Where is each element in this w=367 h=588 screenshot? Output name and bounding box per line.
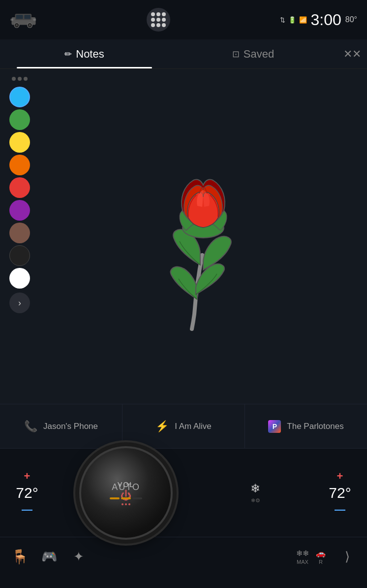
bottom-icons: 🪑 🎮 ✦ ❄❄ MAX 🚗 R ⟩: [0, 537, 367, 576]
color-yellow[interactable]: [9, 132, 30, 153]
media-usb[interactable]: ⚡ I Am Alive: [122, 404, 245, 448]
signal-icon: ⇅: [280, 16, 285, 24]
auto-indicators: [110, 497, 142, 499]
color-palette: ›: [0, 69, 39, 404]
seat-button[interactable]: 🪑: [5, 545, 34, 569]
climate-right: + 72° —: [313, 449, 367, 537]
color-red[interactable]: [9, 177, 30, 198]
phone-icon: 📞: [24, 420, 37, 433]
tab-notes[interactable]: ✏ Notes: [0, 39, 169, 68]
left-temp-value: 72°: [16, 485, 38, 501]
clock: 3:00: [311, 11, 341, 29]
music-label: The Parlotones: [287, 422, 343, 431]
left-temp-minus[interactable]: —: [22, 503, 32, 516]
svg-point-6: [16, 24, 18, 26]
right-temp-plus[interactable]: +: [337, 470, 343, 483]
color-black[interactable]: [9, 245, 30, 266]
rear-label: R: [319, 559, 323, 565]
svg-rect-8: [10, 19, 13, 21]
vent-icon: ⟩: [345, 549, 350, 564]
color-purple[interactable]: [9, 200, 30, 221]
climate-left: + 72° —: [0, 449, 54, 537]
status-left: [10, 11, 37, 29]
fan-button[interactable]: ✦: [64, 545, 93, 569]
close-button[interactable]: ✕✕: [337, 48, 367, 61]
palette-handle: [12, 77, 28, 81]
status-center[interactable]: [147, 8, 170, 32]
status-right: ⇅ 🔋 📶 3:00 80°: [280, 11, 357, 29]
climate-center: AUTO VOL ⏻: [54, 449, 198, 537]
tab-saved[interactable]: ⊡ Saved: [169, 39, 337, 68]
vol-dots: [122, 503, 130, 505]
fan-icon: ✦: [73, 549, 84, 564]
notes-area: ›: [0, 69, 367, 404]
climate-defrost: ❄ ❄⚙: [198, 449, 313, 537]
tab-notes-label: Notes: [76, 48, 104, 61]
color-white[interactable]: [9, 268, 30, 289]
parlotones-icon: P: [268, 420, 281, 433]
left-temp-plus[interactable]: +: [24, 470, 31, 483]
temperature-status: 80°: [345, 15, 357, 24]
svg-rect-9: [33, 19, 36, 21]
battery-icon: 🔋: [288, 16, 296, 24]
color-brown[interactable]: [9, 223, 30, 243]
defrost-label: ❄⚙: [251, 497, 260, 504]
svg-point-7: [29, 24, 31, 26]
expand-palette-button[interactable]: ›: [9, 293, 30, 313]
seat-icon: 🪑: [11, 549, 29, 565]
phone-label: Jason's Phone: [43, 422, 98, 431]
close-icon: ✕✕: [343, 48, 361, 61]
media-music[interactable]: P The Parlotones: [245, 404, 367, 448]
tab-bar: ✏ Notes ⊡ Saved ✕✕: [0, 39, 367, 69]
color-orange[interactable]: [9, 155, 30, 175]
cell-icon: 📶: [299, 16, 307, 24]
media-bar: 📞 Jason's Phone ⚡ I Am Alive P The Parlo…: [0, 404, 367, 448]
svg-rect-3: [24, 15, 31, 19]
grid-dots-icon: [151, 12, 166, 27]
color-blue[interactable]: [9, 87, 30, 107]
car-icon: [10, 11, 37, 29]
pencil-icon: ✏: [64, 49, 72, 60]
saved-icon: ⊡: [232, 49, 240, 60]
steering-heat-button[interactable]: 🎮: [34, 545, 64, 569]
rose-drawing: [139, 117, 267, 334]
right-temp-minus[interactable]: —: [335, 503, 345, 516]
rear-icon: 🚗: [316, 549, 326, 558]
right-temp-value: 72°: [329, 485, 351, 501]
usb-icon: ⚡: [155, 420, 169, 433]
steering-icon: 🎮: [41, 549, 57, 564]
color-green[interactable]: [9, 109, 30, 130]
rear-button[interactable]: 🚗 R: [316, 549, 326, 565]
auto-label: AUTO: [112, 482, 140, 492]
climate-bar: + 72° — AUTO VOL ⏻ ❄ ❄⚙ +: [0, 448, 367, 537]
status-icons: ⇅ 🔋 📶: [280, 16, 307, 24]
drawing-canvas[interactable]: [39, 69, 367, 404]
svg-rect-2: [16, 15, 23, 19]
seat-ventilation-button[interactable]: ⟩: [333, 545, 362, 569]
defrost-icon[interactable]: ❄: [250, 482, 260, 495]
max-ac-icon: ❄❄: [296, 549, 309, 558]
media-phone[interactable]: 📞 Jason's Phone: [0, 404, 122, 448]
max-label: MAX: [297, 559, 308, 565]
usb-label: I Am Alive: [175, 422, 212, 431]
max-ac-button[interactable]: ❄❄ MAX: [296, 549, 309, 565]
apps-button[interactable]: [147, 8, 170, 32]
status-bar: ⇅ 🔋 📶 3:00 80°: [0, 0, 367, 39]
tab-saved-label: Saved: [244, 48, 274, 61]
